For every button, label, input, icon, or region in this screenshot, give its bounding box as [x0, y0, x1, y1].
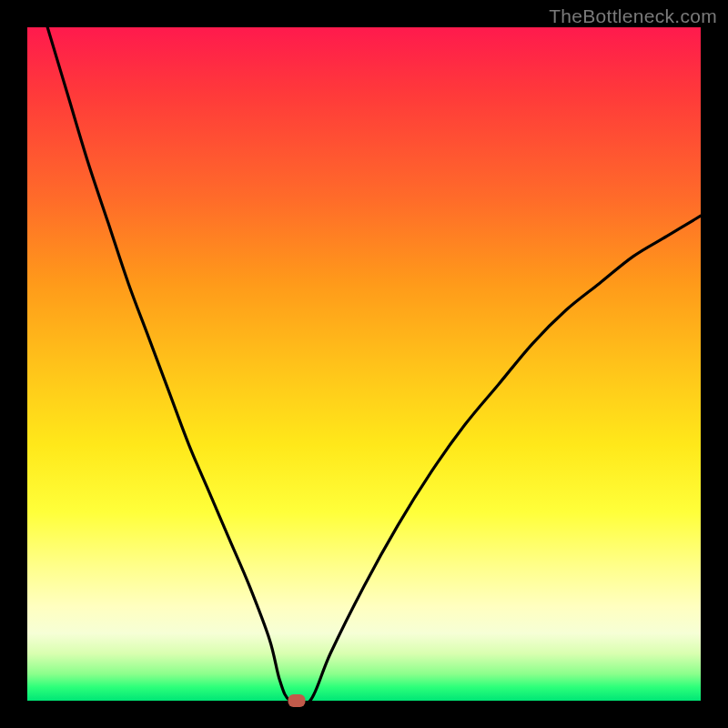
bottleneck-curve: [27, 27, 701, 701]
watermark-text: TheBottleneck.com: [549, 5, 717, 27]
plot-area: [27, 27, 701, 701]
chart-frame: TheBottleneck.com: [0, 0, 728, 728]
optimal-point-marker: [288, 694, 306, 707]
